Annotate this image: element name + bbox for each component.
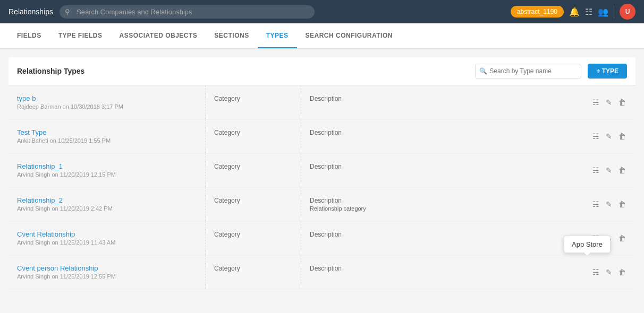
type-name-link[interactable]: Relationship_2 [17, 196, 197, 204]
type-meta: Arvind Singh on 11/20/2019 12:15 PM [17, 171, 197, 178]
delete-button[interactable]: 🗑 [617, 199, 627, 210]
col-name-3: Relationship_2 Arvind Singh on 11/20/201… [9, 187, 205, 221]
type-name-link[interactable]: Test Type [17, 128, 197, 136]
type-meta: Arvind Singh on 11/25/2019 11:43 AM [17, 239, 197, 246]
section-header: Relationship Types 🔍 + TYPE [9, 57, 635, 85]
col-actions-0: ☵ ✎ 🗑 [572, 85, 635, 119]
category-label: Category [214, 265, 240, 272]
tab-type-fields[interactable]: TYPE FIELDS [50, 23, 111, 48]
type-search-wrapper: 🔍 [475, 64, 581, 79]
table-row: Cvent person Relationship Arvind Singh o… [9, 255, 635, 289]
col-category-2: Category [205, 153, 301, 187]
search-icon: ⚲ [65, 8, 70, 16]
edit-button[interactable]: ✎ [605, 97, 613, 108]
copy-button[interactable]: ☵ [591, 131, 600, 142]
table-row: type b Rajdeep Barman on 10/30/2018 3:17… [9, 85, 635, 119]
copy-button[interactable]: ☵ [591, 165, 600, 176]
description-label: Description [310, 265, 563, 272]
table-row: Relationship_1 Arvind Singh on 11/20/201… [9, 153, 635, 187]
app-title: Relationships [9, 7, 53, 16]
user-badge[interactable]: abstract_1190 [511, 6, 564, 18]
col-category-4: Category [205, 221, 301, 255]
main-content: Relationship Types 🔍 + TYPE type b Rajde… [0, 49, 644, 313]
description-label: Description [310, 197, 563, 204]
description-label: Description [310, 163, 563, 170]
edit-button[interactable]: ✎ [605, 165, 613, 176]
col-category-3: Category [205, 187, 301, 221]
rows-container: type b Rajdeep Barman on 10/30/2018 3:17… [9, 85, 635, 289]
category-label: Category [214, 197, 240, 204]
tab-search-configuration[interactable]: SEARCH CONFIGURATION [297, 23, 401, 48]
edit-button[interactable]: ✎ [605, 267, 613, 277]
type-meta: Arvind Singh on 11/20/2019 2:42 PM [17, 205, 197, 212]
global-search: ⚲ [60, 5, 315, 19]
header-actions: 🔍 + TYPE [475, 64, 627, 79]
type-name-link[interactable]: type b [17, 94, 197, 102]
col-actions-2: ☵ ✎ 🗑 [572, 153, 635, 187]
col-category-1: Category [205, 119, 301, 153]
col-name-2: Relationship_1 Arvind Singh on 11/20/201… [9, 153, 205, 187]
description-label: Description [310, 95, 563, 102]
col-description-2: Description [301, 153, 572, 187]
col-description-3: Description Relationship category [301, 187, 572, 221]
tab-sections[interactable]: SECTIONS [206, 23, 257, 48]
edit-button[interactable]: ✎ [605, 131, 613, 142]
tab-types[interactable]: TYPES [258, 23, 297, 48]
type-name-link[interactable]: Cvent Relationship [17, 230, 197, 238]
type-meta: Ankit Baheti on 10/25/2019 1:55 PM [17, 137, 197, 144]
delete-button[interactable]: 🗑 [617, 267, 627, 277]
tab-associated-objects[interactable]: ASSOCIATED OBJECTS [111, 23, 206, 48]
table-row: Test Type Ankit Baheti on 10/25/2019 1:5… [9, 119, 635, 153]
users-icon[interactable]: 👥 [598, 7, 608, 17]
type-name-link[interactable]: Cvent person Relationship [17, 264, 197, 272]
col-description-5: Description [301, 255, 572, 289]
tab-bar: FIELDS TYPE FIELDS ASSOCIATED OBJECTS SE… [0, 23, 644, 49]
col-name-5: Cvent person Relationship Arvind Singh o… [9, 255, 205, 289]
type-name-link[interactable]: Relationship_1 [17, 162, 197, 170]
nav-right: abstract_1190 🔔 ☷ 👥 U [511, 4, 635, 20]
avatar[interactable]: U [620, 4, 635, 20]
copy-button[interactable]: ☵ [591, 199, 600, 210]
top-nav: Relationships ⚲ abstract_1190 🔔 ☷ 👥 U [0, 0, 644, 23]
col-category-5: Category [205, 255, 301, 289]
delete-button[interactable]: 🗑 [617, 233, 627, 244]
tab-fields[interactable]: FIELDS [9, 23, 50, 48]
col-actions-1: ☵ ✎ 🗑 [572, 119, 635, 153]
description-label: Description [310, 129, 563, 136]
table-row: Cvent Relationship Arvind Singh on 11/25… [9, 221, 635, 255]
global-search-input[interactable] [60, 5, 315, 19]
category-label: Category [214, 163, 240, 170]
col-name-4: Cvent Relationship Arvind Singh on 11/25… [9, 221, 205, 255]
nav-divider [614, 5, 614, 18]
delete-button[interactable]: 🗑 [617, 97, 627, 108]
add-type-button[interactable]: + TYPE [588, 64, 627, 79]
bell-icon[interactable]: 🔔 [569, 7, 580, 17]
col-actions-3: ☵ ✎ 🗑 [572, 187, 635, 221]
col-description-0: Description [301, 85, 572, 119]
col-actions-5: App Store ☵ ✎ 🗑 [572, 255, 635, 289]
copy-button[interactable]: ☵ [591, 267, 600, 277]
col-name-1: Test Type Ankit Baheti on 10/25/2019 1:5… [9, 119, 205, 153]
type-search-icon: 🔍 [479, 67, 487, 75]
table-row: Relationship_2 Arvind Singh on 11/20/201… [9, 187, 635, 221]
type-search-input[interactable] [475, 64, 581, 79]
delete-button[interactable]: 🗑 [617, 131, 627, 142]
type-meta: Arvind Singh on 11/25/2019 12:55 PM [17, 273, 197, 280]
col-name-0: type b Rajdeep Barman on 10/30/2018 3:17… [9, 85, 205, 119]
col-category-0: Category [205, 85, 301, 119]
section-title: Relationship Types [17, 67, 84, 75]
category-label: Category [214, 129, 240, 136]
description-label: Description [310, 231, 563, 238]
app-store-tooltip: App Store [564, 236, 611, 253]
edit-button[interactable]: ✎ [605, 199, 613, 210]
col-description-4: Description [301, 221, 572, 255]
category-label: Category [214, 231, 240, 238]
type-meta: Rajdeep Barman on 10/30/2018 3:17 PM [17, 103, 197, 110]
grid-icon[interactable]: ☷ [585, 7, 592, 17]
col-description-1: Description [301, 119, 572, 153]
description-sub: Relationship category [310, 205, 563, 212]
delete-button[interactable]: 🗑 [617, 165, 627, 176]
copy-button[interactable]: ☵ [591, 97, 600, 108]
category-label: Category [214, 95, 240, 102]
